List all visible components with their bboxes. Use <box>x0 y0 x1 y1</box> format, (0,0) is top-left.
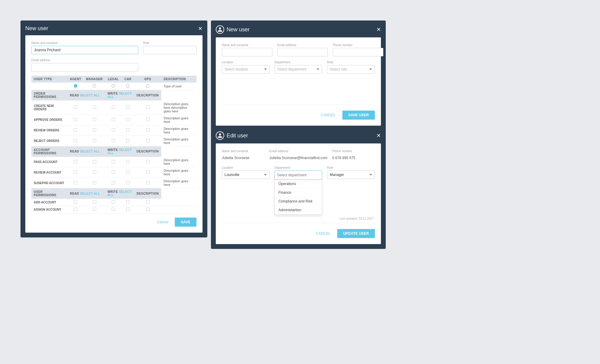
edit-name-group: Name and surname Julietta Scorsese <box>222 149 265 162</box>
checkbox[interactable] <box>126 200 130 204</box>
checkbox[interactable] <box>146 105 149 109</box>
edit-cancel-button[interactable]: CANCEL <box>313 230 334 237</box>
dept-option-administration[interactable]: Administartion <box>275 206 322 215</box>
edit-department-group: Department Operations Finance Compliance… <box>275 166 322 180</box>
dept-option-finance[interactable]: Finance <box>275 188 322 197</box>
left-modal-close-button[interactable]: ✕ <box>198 26 203 31</box>
dept-option-operations[interactable]: Operations <box>275 180 322 188</box>
checkbox[interactable] <box>126 160 130 163</box>
checkbox[interactable] <box>93 118 96 121</box>
new-user-phone-input[interactable] <box>333 48 383 56</box>
checkbox[interactable] <box>126 139 130 142</box>
checkbox[interactable] <box>93 139 96 142</box>
edit-location-select[interactable]: Louisville <box>222 171 270 179</box>
checkbox[interactable] <box>74 160 77 163</box>
checkbox[interactable] <box>112 200 115 204</box>
new-user-save-button[interactable]: SAVE USER <box>342 111 375 120</box>
new-user-phone-label: Phone number <box>333 43 383 47</box>
checkbox[interactable] <box>126 181 130 184</box>
edit-user-modal-close-button[interactable]: ✕ <box>376 133 381 138</box>
user-read-select-all[interactable]: Select all <box>80 192 100 195</box>
table-row: ADD ACCOUNT <box>31 199 196 206</box>
checkbox[interactable] <box>146 181 149 184</box>
checkbox[interactable] <box>112 105 115 109</box>
checkbox[interactable] <box>126 128 130 132</box>
checkbox[interactable] <box>93 200 96 204</box>
edit-update-button[interactable]: UPDATE USER <box>337 229 375 238</box>
manager-radio-cell[interactable] <box>84 83 105 90</box>
new-user-row2: Location Select location Department Sele… <box>222 61 375 74</box>
checkbox[interactable] <box>126 105 130 109</box>
manager-radio[interactable] <box>93 84 96 88</box>
checkbox[interactable] <box>74 118 77 121</box>
ops-radio[interactable] <box>146 84 149 88</box>
legal-radio[interactable] <box>112 84 115 88</box>
edit-avatar-icon <box>216 131 224 140</box>
name-input[interactable] <box>31 46 138 54</box>
checkbox[interactable] <box>146 200 149 204</box>
checkbox[interactable] <box>74 105 77 109</box>
checkbox[interactable] <box>112 160 115 163</box>
cr-radio[interactable] <box>126 84 130 88</box>
checkbox[interactable] <box>74 181 77 184</box>
user-type-header: USER TYPE <box>31 76 68 83</box>
order-read-select-all[interactable]: Select all <box>80 94 100 97</box>
agent-radio-cell[interactable] <box>68 83 84 90</box>
checkbox[interactable] <box>93 160 96 163</box>
new-user-role-select[interactable]: Select role <box>327 65 375 74</box>
checkbox[interactable] <box>146 208 149 211</box>
new-user-role-group: Role Select role <box>327 61 375 74</box>
right-top-modal-close-button[interactable]: ✕ <box>376 27 381 32</box>
left-modal-footer: Cancel SAVE <box>31 213 196 227</box>
name-role-row: Name and surname Role <box>31 41 196 54</box>
edit-department-input[interactable] <box>275 171 322 180</box>
legal-radio-cell[interactable] <box>105 83 122 90</box>
checkbox[interactable] <box>146 139 149 142</box>
agent-radio-selected[interactable] <box>74 84 77 88</box>
cr-radio-cell[interactable] <box>122 83 134 90</box>
checkbox[interactable] <box>146 128 149 132</box>
checkbox[interactable] <box>146 171 149 174</box>
checkbox[interactable] <box>93 208 96 211</box>
account-read-select-all[interactable]: Select all <box>80 150 100 153</box>
left-save-button[interactable]: SAVE <box>175 218 196 227</box>
checkbox[interactable] <box>126 171 130 174</box>
checkbox[interactable] <box>112 181 115 184</box>
location-select-wrapper: Louisville <box>222 171 270 179</box>
checkbox[interactable] <box>74 171 77 174</box>
ops-radio-cell[interactable] <box>134 83 161 90</box>
checkbox[interactable] <box>126 118 130 121</box>
new-user-email-input[interactable] <box>277 48 328 56</box>
order-write-cell: Write Select all <box>105 90 134 101</box>
checkbox[interactable] <box>93 181 96 184</box>
checkbox[interactable] <box>112 208 115 211</box>
checkbox[interactable] <box>74 200 77 204</box>
desc-header: Description <box>161 76 196 83</box>
left-modal-body: Name and surname Role Email address USER… <box>25 35 203 233</box>
checkbox[interactable] <box>93 128 96 132</box>
checkbox[interactable] <box>74 139 77 142</box>
checkbox[interactable] <box>112 139 115 142</box>
edit-role-select[interactable]: Manager <box>327 171 375 179</box>
new-user-cancel-button[interactable]: CANCEL <box>318 111 339 119</box>
left-cancel-button[interactable]: Cancel <box>154 218 171 226</box>
checkbox[interactable] <box>74 128 77 132</box>
role-group: Role <box>143 41 196 54</box>
new-user-location-select[interactable]: Select location <box>222 65 270 74</box>
checkbox[interactable] <box>93 171 96 174</box>
new-user-name-input[interactable] <box>222 48 272 56</box>
checkbox[interactable] <box>112 118 115 121</box>
new-user-department-select[interactable]: Select department <box>275 65 322 74</box>
email-input[interactable] <box>31 63 138 71</box>
checkbox[interactable] <box>126 208 130 211</box>
checkbox[interactable] <box>146 160 149 163</box>
checkbox[interactable] <box>93 105 96 109</box>
checkbox[interactable] <box>112 128 115 132</box>
table-row: REJECT ORDERS Description goes here <box>31 136 196 146</box>
checkbox[interactable] <box>112 171 115 174</box>
dept-option-compliance[interactable]: Compliance and Risk <box>275 197 322 206</box>
checkbox[interactable] <box>146 118 149 121</box>
ops-header: Ops <box>134 76 161 83</box>
checkbox[interactable] <box>74 208 77 211</box>
role-input[interactable] <box>143 46 196 54</box>
